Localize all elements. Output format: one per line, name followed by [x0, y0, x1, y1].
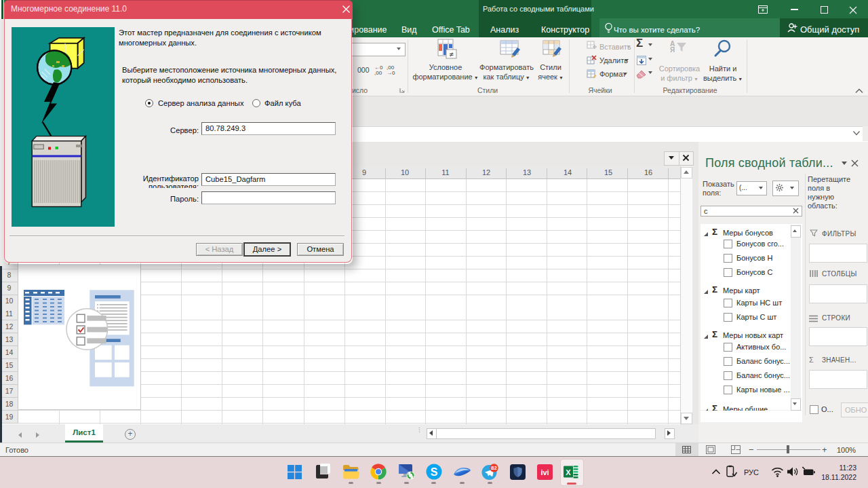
- svg-text:82: 82: [491, 465, 497, 471]
- svg-text:≠: ≠: [449, 50, 453, 58]
- svg-text:X: X: [566, 468, 571, 476]
- svg-text:S: S: [431, 466, 438, 478]
- svg-text:ivi: ivi: [540, 468, 549, 476]
